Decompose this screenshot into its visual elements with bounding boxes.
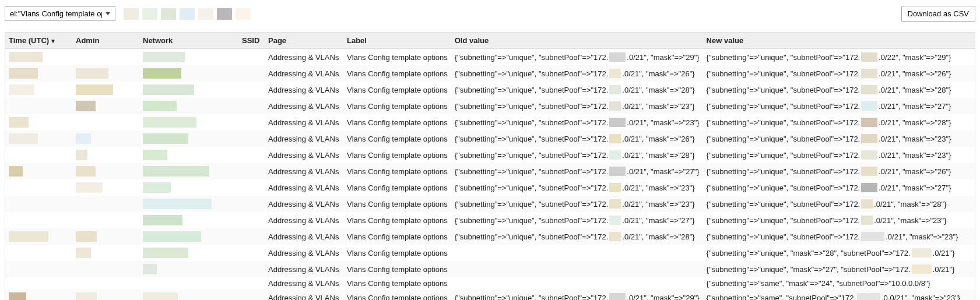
col-old[interactable]: Old value	[451, 33, 703, 49]
cell-old-value	[451, 277, 703, 290]
table-row: Addressing & VLANsVlans Config template …	[5, 245, 975, 261]
cell-page: Addressing & VLANs	[265, 228, 343, 245]
redacted-cell	[5, 290, 72, 300]
cell-label: Vlans Config template options	[343, 130, 451, 147]
table-row: Addressing & VLANsVlans Config template …	[5, 98, 975, 114]
filter-dropdown[interactable]: el:"Vlans Config template options"	[5, 6, 115, 21]
cell-old-value: {"subnetting"=>"unique", "subnetPool"=>"…	[451, 82, 703, 98]
cell-label: Vlans Config template options	[343, 65, 451, 82]
redacted-cell	[139, 212, 238, 228]
table-row: Addressing & VLANsVlans Config template …	[5, 277, 975, 290]
redacted-cell	[139, 98, 238, 114]
redacted-cell	[72, 228, 139, 245]
cell-label: Vlans Config template options	[343, 261, 451, 277]
cell-old-value: {"subnetting"=>"unique", "subnetPool"=>"…	[451, 179, 703, 196]
cell-new-value: {"subnetting"=>"unique", "subnetPool"=>"…	[703, 82, 975, 98]
cell-ssid	[238, 212, 265, 228]
cell-old-value: {"subnetting"=>"unique", "subnetPool"=>"…	[451, 98, 703, 114]
cell-page: Addressing & VLANs	[265, 212, 343, 228]
cell-label: Vlans Config template options	[343, 277, 451, 290]
col-time[interactable]: Time (UTC)▼	[5, 33, 72, 49]
cell-ssid	[238, 163, 265, 179]
cell-old-value: {"subnetting"=>"unique", "subnetPool"=>"…	[451, 290, 703, 300]
table-row: Addressing & VLANsVlans Config template …	[5, 130, 975, 147]
redacted-cell	[72, 290, 139, 300]
col-ssid[interactable]: SSID	[238, 33, 265, 49]
table-row: Addressing & VLANsVlans Config template …	[5, 65, 975, 82]
table-row: Addressing & VLANsVlans Config template …	[5, 179, 975, 196]
table-row: Addressing & VLANsVlans Config template …	[5, 261, 975, 277]
redacted-cell	[5, 179, 72, 196]
redacted-cell	[139, 290, 238, 300]
redacted-cell	[139, 245, 238, 261]
redacted-cell	[139, 228, 238, 245]
cell-new-value: {"subnetting"=>"unique", "subnetPool"=>"…	[703, 49, 975, 66]
cell-new-value: {"subnetting"=>"unique", "subnetPool"=>"…	[703, 212, 975, 228]
cell-old-value: {"subnetting"=>"unique", "subnetPool"=>"…	[451, 228, 703, 245]
download-csv-button[interactable]: Download as CSV	[901, 6, 976, 22]
table-row: Addressing & VLANsVlans Config template …	[5, 147, 975, 163]
cell-ssid	[238, 82, 265, 98]
cell-ssid	[238, 196, 265, 212]
table-row: Addressing & VLANsVlans Config template …	[5, 114, 975, 130]
col-network[interactable]: Network	[139, 33, 238, 49]
color-swatch	[236, 8, 251, 20]
cell-label: Vlans Config template options	[343, 245, 451, 261]
cell-page: Addressing & VLANs	[265, 65, 343, 82]
cell-ssid	[238, 147, 265, 163]
cell-label: Vlans Config template options	[343, 163, 451, 179]
redacted-cell	[139, 261, 238, 277]
cell-new-value: {"subnetting"=>"unique", "mask"=>"28", "…	[703, 245, 975, 261]
redacted-cell	[72, 245, 139, 261]
table-row: Addressing & VLANsVlans Config template …	[5, 290, 975, 300]
table-row: Addressing & VLANsVlans Config template …	[5, 212, 975, 228]
cell-label: Vlans Config template options	[343, 114, 451, 130]
cell-ssid	[238, 130, 265, 147]
cell-new-value: {"subnetting"=>"unique", "subnetPool"=>"…	[703, 98, 975, 114]
color-swatch	[180, 8, 195, 20]
redacted-cell	[139, 196, 238, 212]
cell-new-value: {"subnetting"=>"unique", "subnetPool"=>"…	[703, 147, 975, 163]
cell-label: Vlans Config template options	[343, 228, 451, 245]
redacted-cell	[139, 82, 238, 98]
cell-ssid	[238, 261, 265, 277]
cell-ssid	[238, 228, 265, 245]
table-row: Addressing & VLANsVlans Config template …	[5, 196, 975, 212]
cell-page: Addressing & VLANs	[265, 290, 343, 300]
cell-page: Addressing & VLANs	[265, 277, 343, 290]
cell-old-value: {"subnetting"=>"unique", "subnetPool"=>"…	[451, 147, 703, 163]
cell-page: Addressing & VLANs	[265, 245, 343, 261]
col-new[interactable]: New value	[703, 33, 975, 49]
redacted-cell	[5, 196, 72, 212]
cell-old-value: {"subnetting"=>"unique", "subnetPool"=>"…	[451, 212, 703, 228]
col-admin[interactable]: Admin	[72, 33, 139, 49]
redacted-cell	[139, 163, 238, 179]
cell-new-value: {"subnetting"=>"unique", "subnetPool"=>"…	[703, 65, 975, 82]
cell-ssid	[238, 179, 265, 196]
redacted-cell	[139, 179, 238, 196]
cell-page: Addressing & VLANs	[265, 179, 343, 196]
redacted-cell	[72, 98, 139, 114]
cell-ssid	[238, 245, 265, 261]
col-time-label: Time (UTC)	[9, 36, 49, 45]
cell-new-value: {"subnetting"=>"unique", "mask"=>"27", "…	[703, 261, 975, 277]
cell-label: Vlans Config template options	[343, 147, 451, 163]
chevron-down-icon	[106, 12, 110, 15]
cell-old-value: {"subnetting"=>"unique", "subnetPool"=>"…	[451, 163, 703, 179]
redacted-cell	[5, 261, 72, 277]
color-swatch	[217, 8, 232, 20]
col-label[interactable]: Label	[343, 33, 451, 49]
cell-new-value: {"subnetting"=>"unique", "subnetPool"=>"…	[703, 196, 975, 212]
cell-page: Addressing & VLANs	[265, 49, 343, 66]
cell-new-value: {"subnetting"=>"unique", "subnetPool"=>"…	[703, 228, 975, 245]
cell-new-value: {"subnetting"=>"unique", "subnetPool"=>"…	[703, 114, 975, 130]
cell-ssid	[238, 65, 265, 82]
col-page[interactable]: Page	[265, 33, 343, 49]
topbar: el:"Vlans Config template options" Downl…	[5, 6, 975, 22]
cell-new-value: {"subnetting"=>"unique", "subnetPool"=>"…	[703, 163, 975, 179]
color-swatch	[198, 8, 213, 20]
color-swatch	[161, 8, 176, 20]
cell-page: Addressing & VLANs	[265, 82, 343, 98]
redacted-cell	[5, 49, 72, 66]
cell-new-value: {"subnetting"=>"same", "mask"=>"24", "su…	[703, 277, 975, 290]
